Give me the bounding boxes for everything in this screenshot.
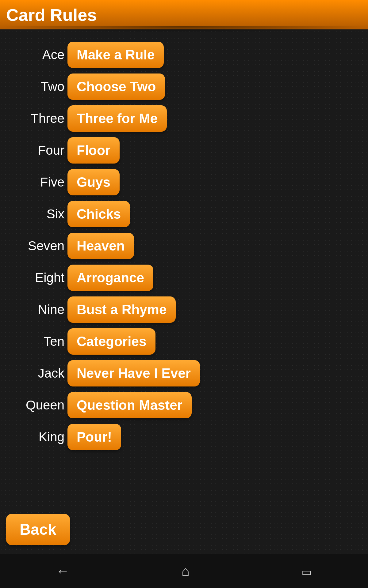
rule-button-ten[interactable]: Categories [67,328,155,355]
rule-button-three[interactable]: Three for Me [67,105,167,132]
card-rules-list: AceMake a RuleTwoChoose TwoThreeThree fo… [0,29,368,462]
rule-button-ace[interactable]: Make a Rule [67,42,164,68]
card-label-ace: Ace [12,47,67,62]
card-rule-row: SixChicks [12,201,356,227]
rule-button-seven[interactable]: Heaven [67,233,134,259]
card-label-two: Two [12,79,67,94]
card-label-five: Five [12,175,67,190]
nav-bar [0,554,368,588]
rule-button-four[interactable]: Floor [67,137,120,164]
card-rule-row: TenCategories [12,328,356,355]
card-label-eight: Eight [12,270,67,285]
card-rule-row: SevenHeaven [12,233,356,259]
card-label-three: Three [12,111,67,126]
header: Card Rules [0,0,368,29]
back-button-container: Back [6,514,70,545]
card-rule-row: AceMake a Rule [12,42,356,68]
card-rule-row: FiveGuys [12,169,356,195]
card-label-jack: Jack [12,366,67,381]
nav-recent-icon[interactable] [301,564,312,579]
card-label-nine: Nine [12,302,67,317]
card-rule-row: QueenQuestion Master [12,392,356,418]
card-rule-row: JackNever Have I Ever [12,360,356,386]
rule-button-king[interactable]: Pour! [67,424,121,450]
card-label-ten: Ten [12,334,67,349]
rule-button-five[interactable]: Guys [67,169,120,195]
card-rule-row: NineBust a Rhyme [12,296,356,323]
card-rule-row: EightArrogance [12,265,356,291]
card-rule-row: FourFloor [12,137,356,164]
rule-button-queen[interactable]: Question Master [67,392,192,418]
rule-button-six[interactable]: Chicks [67,201,130,227]
card-label-four: Four [12,143,67,158]
rule-button-eight[interactable]: Arrogance [67,265,153,291]
card-rule-row: TwoChoose Two [12,74,356,100]
page-title: Card Rules [6,5,97,25]
nav-home-icon[interactable] [182,564,190,579]
rule-button-nine[interactable]: Bust a Rhyme [67,296,176,323]
rule-button-two[interactable]: Choose Two [67,74,165,100]
nav-back-icon[interactable] [56,564,70,579]
card-label-queen: Queen [12,398,67,413]
back-button[interactable]: Back [6,514,70,545]
card-label-six: Six [12,207,67,221]
card-label-seven: Seven [12,239,67,253]
card-label-king: King [12,430,67,444]
rule-button-jack[interactable]: Never Have I Ever [67,360,200,386]
card-rule-row: KingPour! [12,424,356,450]
card-rule-row: ThreeThree for Me [12,105,356,132]
